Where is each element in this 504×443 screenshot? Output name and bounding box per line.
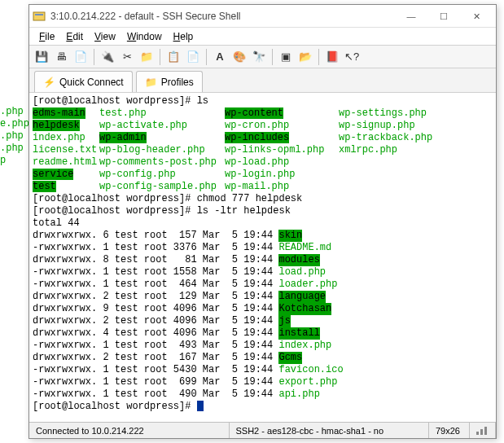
separator: [160, 49, 160, 65]
maximize-button[interactable]: ☐: [427, 7, 460, 26]
print-preview-button[interactable]: 📄: [72, 48, 90, 66]
app-icon: [33, 10, 46, 23]
sftp-icon: 📂: [299, 50, 312, 63]
paste-button[interactable]: 📄: [184, 48, 202, 66]
new-sftp-button[interactable]: 📂: [296, 48, 314, 66]
folder-icon: 📁: [145, 77, 157, 88]
terminal-output[interactable]: [root@localhost wordpress]# lsedms-maint…: [29, 93, 496, 422]
menu-file[interactable]: File: [34, 29, 59, 44]
svg-rect-0: [33, 12, 45, 20]
status-connection: Connected to 10.0.214.222: [29, 423, 230, 438]
font-icon: A: [216, 50, 223, 63]
help-button[interactable]: 📕: [323, 48, 341, 66]
signal-icon: [476, 427, 489, 435]
find-button[interactable]: 🔭: [250, 48, 268, 66]
svg-rect-4: [484, 427, 487, 435]
paste-icon: 📄: [186, 50, 199, 63]
minimize-button[interactable]: —: [395, 7, 427, 26]
cursor: [197, 401, 204, 411]
tab-label: Profiles: [161, 77, 194, 88]
close-button[interactable]: ✕: [460, 7, 493, 26]
svg-rect-1: [35, 14, 43, 15]
terminal-icon: ▣: [281, 50, 291, 63]
titlebar[interactable]: 3:10.0.214.222 - default - SSH Secure Sh…: [29, 5, 496, 28]
status-indicator: [470, 423, 496, 438]
floppy-icon: 💾: [35, 50, 48, 63]
printer-icon: 🖶: [56, 50, 67, 63]
menu-edit[interactable]: Edit: [61, 29, 88, 44]
toolbar: 💾 🖶 📄 🔌 ✂ 📁 📋 📄 A 🎨 🔭 ▣ 📂 📕 ↖?: [29, 46, 496, 68]
ssh-window: 3:10.0.214.222 - default - SSH Secure Sh…: [28, 4, 497, 439]
menu-view[interactable]: View: [90, 29, 121, 44]
print-button[interactable]: 🖶: [52, 48, 70, 66]
profiles-button[interactable]: 📁: [138, 48, 156, 66]
menubar: File Edit View Window Help: [29, 28, 496, 46]
tabbar: ⚡ Quick Connect 📁 Profiles: [29, 68, 496, 93]
colors-button[interactable]: 🎨: [230, 48, 248, 66]
plug-icon: 🔌: [101, 50, 114, 63]
separator: [94, 49, 94, 65]
menu-help[interactable]: Help: [169, 29, 199, 44]
copy-button[interactable]: 📋: [164, 48, 182, 66]
separator: [318, 49, 319, 65]
page-icon: 📄: [74, 50, 87, 63]
tab-quick-connect[interactable]: ⚡ Quick Connect: [34, 71, 133, 92]
tab-profiles[interactable]: 📁 Profiles: [136, 71, 203, 92]
palette-icon: 🎨: [233, 50, 246, 63]
window-title: 3:10.0.214.222 - default - SSH Secure Sh…: [50, 11, 395, 22]
font-button[interactable]: A: [211, 48, 229, 66]
status-size: 79x26: [429, 423, 470, 438]
svg-rect-2: [476, 432, 479, 435]
folder-icon: 📁: [140, 50, 153, 63]
help-pointer-icon: ↖?: [344, 50, 359, 63]
new-terminal-button[interactable]: ▣: [277, 48, 295, 66]
statusbar: Connected to 10.0.214.222 SSH2 - aes128-…: [29, 422, 496, 438]
separator: [206, 49, 207, 65]
separator: [272, 49, 273, 65]
lightning-icon: ⚡: [43, 77, 55, 88]
status-cipher: SSH2 - aes128-cbc - hmac-sha1 - no: [230, 423, 430, 438]
connect-button[interactable]: 🔌: [99, 48, 116, 66]
copy-icon: 📋: [167, 50, 180, 63]
disconnect-button[interactable]: ✂: [118, 48, 136, 66]
whats-this-button[interactable]: ↖?: [343, 48, 361, 66]
tab-label: Quick Connect: [59, 77, 124, 88]
svg-rect-3: [480, 429, 483, 435]
binoculars-icon: 🔭: [252, 50, 265, 63]
disconnect-icon: ✂: [123, 50, 132, 63]
book-icon: 📕: [326, 50, 339, 63]
save-button[interactable]: 💾: [33, 48, 50, 66]
menu-window[interactable]: Window: [122, 29, 167, 44]
background-terminal-text: .phpe.php.php.phpp: [0, 106, 33, 167]
